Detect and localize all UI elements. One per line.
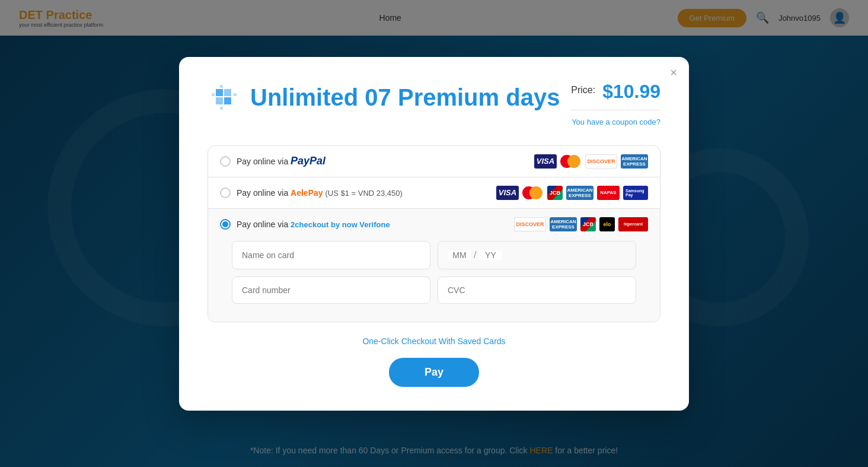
2checkout-card-icons: DISCOVER AMERICAN EXPRESS JCB elo hiperc…: [514, 217, 648, 231]
2co-jcb-icon: JCB: [580, 217, 596, 231]
det-icon: [208, 81, 241, 114]
2co-discover-icon: DISCOVER: [514, 217, 546, 231]
payment-modal: × Unlimited 07 Premium days: [179, 57, 689, 411]
alepay-card-icons: VISA JCB AMERICAN EXPRESS NAPAS Samsung …: [496, 186, 648, 200]
expiry-separator: /: [471, 250, 478, 260]
modal-title: Unlimited 07 Premium days: [250, 84, 560, 111]
cvc-input[interactable]: [438, 277, 636, 304]
alepay-brand: AelePay: [291, 188, 323, 198]
expiry-yy-input[interactable]: [478, 250, 502, 260]
2checkout-brand: 2checkout by now Verifone: [291, 220, 390, 229]
payment-option-paypal[interactable]: Pay online via PayPal VISA DISCOVER AMER…: [208, 146, 660, 177]
alepay-jcb-icon: JCB: [547, 186, 563, 200]
payment-option-alepay[interactable]: Pay online via AelePay (US $1 = VND 23,4…: [208, 177, 660, 209]
alepay-visa-icon: VISA: [496, 186, 519, 200]
2checkout-radio[interactable]: [220, 219, 231, 230]
svg-rect-3: [224, 97, 231, 104]
price-label: Price:: [571, 85, 595, 96]
paypal-radio[interactable]: [220, 156, 231, 167]
name-on-card-input[interactable]: [232, 241, 430, 269]
alepay-napas-icon: NAPAS: [597, 186, 620, 200]
discover-icon: DISCOVER: [585, 154, 617, 169]
visa-icon: VISA: [534, 154, 557, 169]
svg-rect-1: [224, 89, 231, 96]
payment-option-2checkout[interactable]: Pay online via 2checkout by now Verifone…: [208, 209, 660, 322]
alepay-mastercard-icon: [522, 186, 544, 199]
mastercard-icon: [560, 155, 582, 168]
modal-bottom: One-Click Checkout With Saved Cards Pay: [208, 336, 660, 387]
pay-button[interactable]: Pay: [389, 358, 479, 387]
paypal-brand: PayPal: [291, 155, 326, 167]
svg-rect-5: [234, 93, 237, 96]
payment-options-container: Pay online via PayPal VISA DISCOVER AMER…: [208, 145, 660, 322]
paypal-label: Pay online via PayPal: [237, 155, 326, 167]
svg-rect-6: [220, 85, 223, 88]
svg-rect-7: [220, 107, 223, 110]
modal-header: Unlimited 07 Premium days Price: $10.99 …: [208, 81, 660, 126]
price-value: $10.99: [602, 81, 660, 103]
svg-rect-4: [212, 93, 215, 96]
modal-title-area: Unlimited 07 Premium days: [208, 81, 560, 114]
alepay-amex-icon: AMERICAN EXPRESS: [566, 186, 593, 200]
alepay-spay-icon: Samsung Pay: [623, 186, 648, 200]
2co-amex-icon: AMERICAN EXPRESS: [550, 217, 577, 231]
2co-hipercard-icon: hipercard: [618, 217, 648, 231]
2co-elo-icon: elo: [599, 217, 615, 231]
amex-icon: AMERICAN EXPRESS: [621, 154, 648, 169]
modal-price-area: Price: $10.99 You have a coupon code?: [571, 81, 660, 126]
card-number-input[interactable]: [232, 277, 430, 304]
alepay-rate: (US $1 = VND 23,450): [325, 189, 402, 198]
expiry-group: /: [438, 241, 636, 269]
alepay-radio[interactable]: [220, 188, 231, 198]
card-form: /: [220, 231, 648, 313]
coupon-code-link[interactable]: You have a coupon code?: [571, 110, 660, 126]
alepay-label: Pay online via AelePay (US $1 = VND 23,4…: [237, 188, 403, 198]
alepay-option-left: Pay online via AelePay (US $1 = VND 23,4…: [220, 188, 403, 198]
paypal-card-icons: VISA DISCOVER AMERICAN EXPRESS: [534, 154, 648, 169]
saved-cards-link[interactable]: One-Click Checkout With Saved Cards: [208, 336, 660, 346]
expiry-mm-input[interactable]: [448, 250, 471, 260]
2checkout-label: Pay online via 2checkout by now Verifone: [237, 220, 390, 229]
paypal-option-left: Pay online via PayPal: [220, 155, 326, 167]
svg-rect-2: [216, 97, 223, 104]
modal-close-button[interactable]: ×: [670, 66, 677, 78]
svg-rect-0: [216, 89, 223, 96]
2checkout-header: Pay online via 2checkout by now Verifone…: [220, 217, 648, 231]
modal-overlay: × Unlimited 07 Premium days: [0, 0, 868, 467]
2checkout-option-left: Pay online via 2checkout by now Verifone: [220, 219, 390, 230]
